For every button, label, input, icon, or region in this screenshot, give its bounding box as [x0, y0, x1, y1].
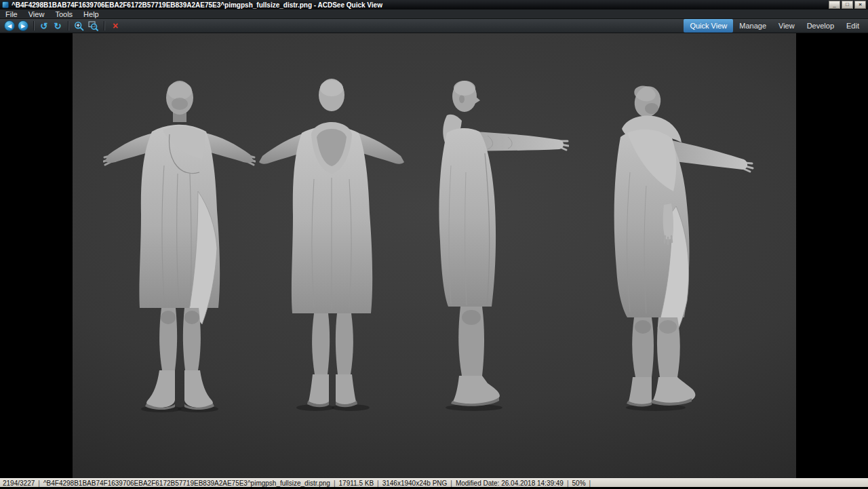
maximize-icon: □ — [846, 2, 849, 7]
status-separator: | — [567, 480, 569, 487]
status-modified-date: Modified Date: 26.04.2018 14:39:49 — [456, 480, 564, 487]
minimize-icon: _ — [833, 2, 835, 7]
status-separator: | — [450, 480, 452, 487]
magnifier-fit-icon — [88, 21, 98, 31]
status-position: 2194/3227 — [3, 480, 35, 487]
forward-icon: ▶ — [21, 23, 25, 29]
app-icon — [2, 1, 9, 8]
toolbar: ◀ ▶ ↺ ↻ × Quick View Manage View — [0, 19, 868, 33]
delete-file-button[interactable]: × — [110, 20, 121, 31]
status-separator: | — [377, 480, 379, 487]
toolbar-separator — [104, 21, 104, 31]
status-dimensions: 3146x1940x24b PNG — [382, 480, 448, 487]
titlebar: ^B4F4298B1BAB74F1639706EBA2F6172B57719EB… — [0, 0, 868, 9]
zoom-actual-size-button[interactable] — [73, 20, 85, 32]
status-separator: | — [334, 480, 336, 487]
menu-file[interactable]: File — [0, 9, 23, 18]
rotate-right-icon: ↻ — [54, 21, 62, 31]
toolbar-separator — [33, 21, 34, 31]
window-title: ^B4F4298B1BAB74F1639706EBA2F6172B57719EB… — [12, 1, 826, 9]
menu-tools[interactable]: Tools — [50, 9, 78, 18]
status-filesize: 17911.5 KB — [339, 480, 374, 487]
mode-manage[interactable]: Manage — [733, 19, 772, 33]
zoom-fit-button[interactable] — [87, 20, 99, 32]
mode-view[interactable]: View — [772, 19, 801, 33]
minimize-button[interactable]: _ — [829, 1, 840, 9]
figure-profile-view — [406, 71, 569, 413]
statusbar: 2194/3227 | ^B4F4298B1BAB74F1639706EBA2F… — [0, 478, 868, 487]
close-button[interactable]: × — [854, 1, 866, 9]
figure-back-view — [254, 71, 409, 413]
magnifier-plus-icon — [74, 21, 84, 31]
viewer-canvas[interactable] — [0, 33, 868, 478]
figure-front-view — [103, 71, 256, 413]
next-image-button[interactable]: ▶ — [18, 20, 28, 31]
image-view — [73, 33, 796, 478]
maximize-button[interactable]: □ — [842, 1, 853, 9]
rotate-left-button[interactable]: ↺ — [39, 20, 50, 32]
status-filename: ^B4F4298B1BAB74F1639706EBA2F6172B57719EB… — [43, 480, 330, 487]
delete-icon: × — [113, 20, 118, 31]
mode-quick-view[interactable]: Quick View — [684, 19, 733, 33]
status-separator: | — [38, 480, 40, 487]
status-zoom-level: 50% — [572, 480, 586, 487]
close-icon: × — [859, 2, 862, 7]
rotate-right-button[interactable]: ↻ — [52, 20, 63, 32]
mode-develop[interactable]: Develop — [801, 19, 840, 33]
status-separator: | — [589, 480, 591, 487]
window-controls: _ □ × — [829, 1, 866, 9]
menu-view[interactable]: View — [23, 9, 50, 18]
toolbar-separator — [68, 21, 68, 31]
mode-switcher: Quick View Manage View Develop Edit — [684, 19, 865, 33]
menu-help[interactable]: Help — [78, 9, 104, 18]
mode-edit[interactable]: Edit — [840, 19, 865, 33]
menubar: File View Tools Help — [0, 9, 868, 19]
acdsee-quick-view-window: ^B4F4298B1BAB74F1639706EBA2F6172B57719EB… — [0, 0, 868, 489]
previous-image-button[interactable]: ◀ — [4, 20, 15, 31]
figure-three-quarter-view — [583, 71, 764, 413]
rotate-left-icon: ↺ — [41, 21, 48, 31]
back-icon: ◀ — [7, 23, 12, 29]
